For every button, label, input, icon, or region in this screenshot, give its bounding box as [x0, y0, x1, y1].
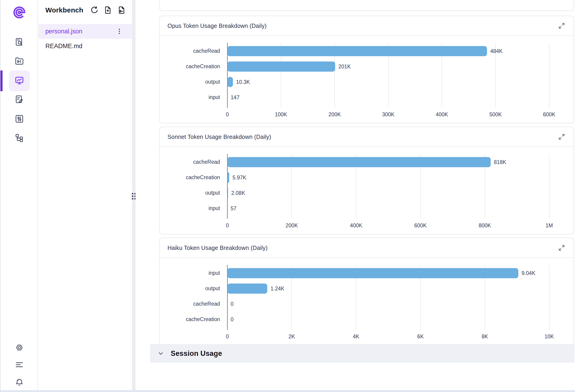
workbench-header: Workbench [38, 0, 132, 20]
workbench-panel: Workbench [38, 0, 132, 392]
axis-tick-label: 1M [546, 223, 553, 229]
folder-import-icon[interactable] [14, 56, 24, 66]
drag-handle-icon[interactable] [132, 193, 136, 199]
bar-chart: input9.04Koutput1.24KcacheRead0cacheCrea… [160, 258, 574, 342]
value-label: 0 [231, 299, 234, 309]
bar-track: 201K [227, 62, 549, 72]
bar-track: 2.08K [227, 188, 549, 198]
bar-chart: cacheRead818KcacheCreation5.97Koutput2.0… [160, 147, 574, 231]
chart-card-sonnet: Sonnet Token Usage Breakdown (Daily) cac… [159, 127, 574, 234]
chart-title: Haiku Token Usage Breakdown (Daily) [168, 245, 268, 251]
category-label: input [160, 205, 227, 211]
bar-track: 147 [227, 92, 549, 102]
value-label: 1.24K [270, 283, 284, 294]
dashboard-main: Opus Token Usage Breakdown (Daily) cache… [135, 0, 575, 392]
import-file-icon[interactable] [117, 5, 126, 15]
active-nav-accent-bar [0, 70, 2, 91]
workbench-title: Workbench [45, 6, 83, 14]
file-name: personal.json [45, 28, 82, 35]
bar-track: 5.97K [227, 173, 549, 183]
category-label: cacheCreation [160, 316, 227, 323]
category-label: cacheRead [160, 48, 227, 54]
workflow-tree-icon[interactable] [14, 133, 24, 143]
session-usage-section-header[interactable]: Session Usage [150, 344, 575, 363]
expand-icon[interactable] [557, 22, 566, 30]
value-label: 9.04K [522, 268, 535, 278]
axis-tick-label: 0 [226, 333, 229, 340]
notification-bell-icon[interactable] [14, 377, 24, 387]
monitor-chart-icon[interactable] [14, 75, 24, 86]
category-label: output [160, 285, 227, 292]
axis-tick-label: 500K [489, 112, 502, 118]
category-label: input [160, 94, 227, 100]
value-label: 0 [231, 314, 234, 324]
file-row-personal-json[interactable]: personal.json [38, 24, 132, 39]
session-usage-title: Session Usage [171, 349, 222, 358]
chart-card-header: Haiku Token Usage Breakdown (Daily) [160, 238, 574, 258]
value-label: 2.08K [231, 188, 245, 198]
axis-tick-label: 0 [226, 112, 229, 118]
chart-title: Sonnet Token Usage Breakdown (Daily) [168, 134, 271, 140]
value-label: 57 [231, 203, 237, 213]
document-search-icon[interactable] [14, 37, 24, 47]
value-label: 5.97K [232, 173, 246, 183]
settings-nut-icon[interactable] [14, 343, 24, 353]
axis-tick-label: 200K [329, 112, 341, 118]
axis-tick-label: 2K [288, 333, 295, 340]
x-axis: 0200K400K600K800K1M [227, 221, 549, 231]
bar [227, 268, 518, 278]
bar-track: 484K [227, 46, 549, 56]
axis-tick-label: 6K [417, 333, 424, 340]
expand-icon[interactable] [557, 133, 566, 141]
document-edit-icon[interactable] [14, 94, 24, 105]
bar [227, 77, 233, 87]
refresh-icon[interactable] [90, 5, 99, 15]
axis-tick-label: 100K [275, 112, 287, 118]
chart-card-haiku: Haiku Token Usage Breakdown (Daily) inpu… [159, 238, 574, 346]
axis-tick-label: 0 [226, 223, 229, 229]
chart-card-header: Opus Token Usage Breakdown (Daily) [160, 16, 574, 36]
file-row-readme-md[interactable]: README.md [38, 39, 132, 53]
category-label: output [160, 79, 227, 85]
axis-tick-label: 400K [436, 112, 448, 118]
value-label: 818K [494, 157, 506, 167]
menu-lines-icon[interactable] [14, 360, 24, 370]
app-logo-icon [13, 6, 26, 19]
chart-card-partial [159, 0, 574, 11]
chart-card-opus: Opus Token Usage Breakdown (Daily) cache… [159, 16, 574, 123]
category-label: cacheCreation [160, 174, 227, 181]
sliders-icon[interactable] [14, 114, 24, 124]
axis-tick-label: 600K [543, 112, 555, 118]
expand-icon[interactable] [557, 244, 566, 252]
bar-chart: cacheRead484KcacheCreation201Koutput10.3… [160, 36, 574, 120]
file-name: README.md [45, 43, 82, 50]
axis-tick-label: 800K [479, 223, 491, 229]
kebab-menu-icon[interactable] [116, 27, 123, 35]
value-label: 201K [338, 62, 351, 72]
chart-title: Opus Token Usage Breakdown (Daily) [168, 23, 266, 29]
category-label: cacheRead [160, 301, 227, 307]
new-file-icon[interactable] [103, 5, 112, 15]
file-list: personal.json README.md [38, 24, 132, 53]
bar [227, 46, 487, 56]
chart-card-header: Sonnet Token Usage Breakdown (Daily) [160, 127, 574, 147]
category-label: input [160, 270, 227, 276]
axis-tick-label: 4K [353, 333, 359, 340]
bar [227, 188, 228, 198]
chevron-down-icon[interactable] [157, 350, 165, 357]
bottom-status-strip [0, 390, 575, 392]
x-axis: 02K4K6K8K10K [227, 332, 549, 342]
axis-tick-label: 10K [545, 333, 554, 340]
bar [227, 283, 267, 294]
value-label: 147 [231, 92, 239, 102]
panel-resize-splitter[interactable] [132, 0, 135, 392]
axis-tick-label: 600K [414, 223, 427, 229]
bar-track: 0 [227, 299, 549, 309]
icon-rail [0, 0, 38, 392]
bar-track: 0 [227, 314, 549, 324]
bar [227, 173, 229, 183]
category-label: cacheCreation [160, 63, 227, 69]
bar [227, 157, 491, 167]
bar-track: 1.24K [227, 283, 549, 294]
axis-tick-label: 400K [350, 223, 362, 229]
